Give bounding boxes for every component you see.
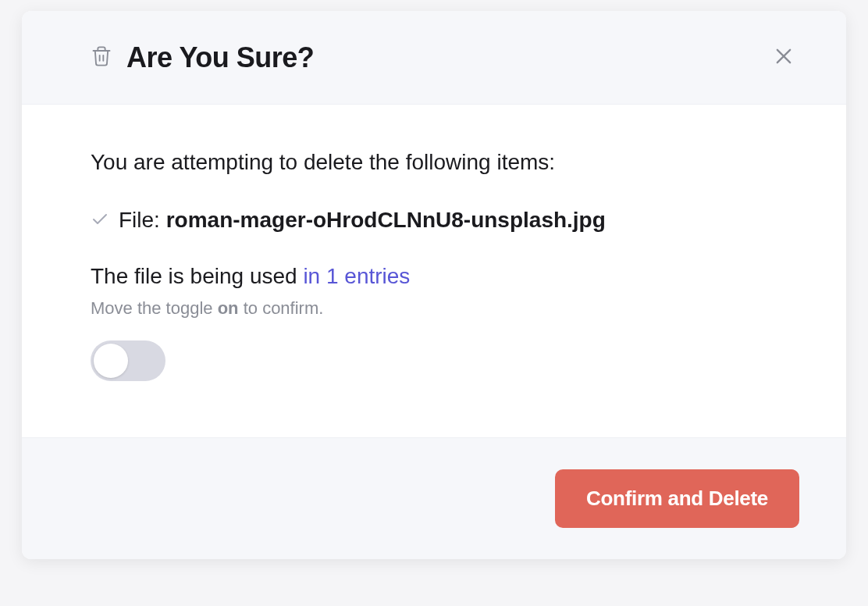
modal-title: Are You Sure? bbox=[126, 41, 314, 74]
confirm-delete-modal: Are You Sure? You are attempting to dele… bbox=[22, 11, 846, 559]
file-name: roman-mager-oHrodCLNnU8-unsplash.jpg bbox=[166, 208, 606, 232]
intro-text: You are attempting to delete the followi… bbox=[91, 148, 799, 176]
usage-link[interactable]: in 1 entries bbox=[303, 264, 410, 288]
file-label: File: bbox=[119, 208, 166, 232]
header-left: Are You Sure? bbox=[91, 41, 314, 74]
modal-header: Are You Sure? bbox=[22, 11, 846, 105]
close-button[interactable] bbox=[768, 41, 799, 74]
close-icon bbox=[773, 45, 795, 70]
modal-body: You are attempting to delete the followi… bbox=[22, 105, 846, 437]
hint-bold: on bbox=[218, 298, 239, 318]
hint-text: Move the toggle on to confirm. bbox=[91, 298, 799, 319]
trash-icon bbox=[91, 45, 112, 71]
confirm-delete-button[interactable]: Confirm and Delete bbox=[555, 469, 799, 528]
file-row: File: roman-mager-oHrodCLNnU8-unsplash.j… bbox=[91, 208, 799, 233]
check-icon bbox=[91, 209, 109, 231]
hint-after: to confirm. bbox=[239, 298, 324, 318]
modal-footer: Confirm and Delete bbox=[22, 437, 846, 559]
hint-before: Move the toggle bbox=[91, 298, 218, 318]
usage-text: The file is being used in 1 entries bbox=[91, 264, 799, 289]
toggle-knob bbox=[94, 344, 128, 378]
file-text: File: roman-mager-oHrodCLNnU8-unsplash.j… bbox=[119, 208, 606, 233]
usage-prefix: The file is being used bbox=[91, 264, 303, 288]
confirm-toggle[interactable] bbox=[91, 340, 165, 381]
